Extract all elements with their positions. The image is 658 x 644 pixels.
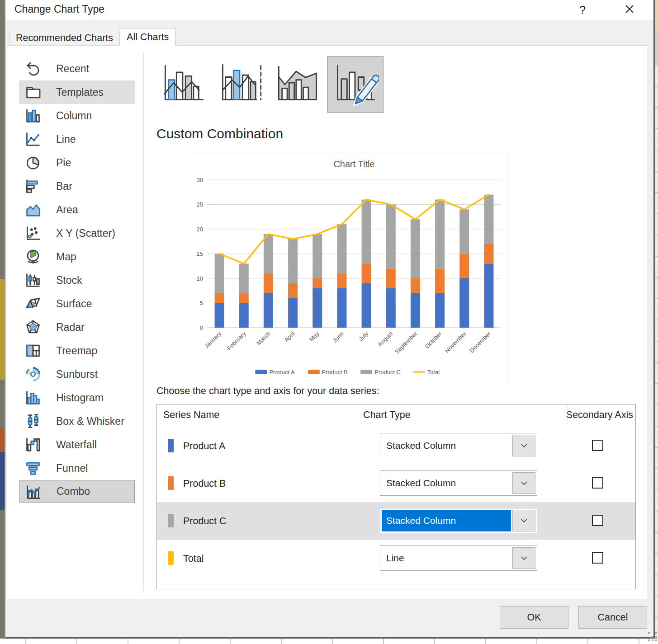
clustered-column-line-icon xyxy=(161,60,208,109)
chevron-down-icon xyxy=(521,479,528,487)
series-table-caption: Choose the chart type and axis for your … xyxy=(156,385,379,397)
chevron-down-icon xyxy=(521,554,528,562)
sidebar-item-area[interactable]: Area xyxy=(19,198,135,221)
change-chart-type-dialog: Change Chart Type ? Recommended Charts A… xyxy=(5,0,655,639)
bar-icon xyxy=(24,178,42,195)
area-icon xyxy=(24,201,42,218)
sidebar-item-column[interactable]: Column xyxy=(19,104,135,127)
sidebar-item-radar[interactable]: Radar xyxy=(19,315,135,339)
svg-text:September: September xyxy=(393,330,419,355)
pie-icon xyxy=(24,154,42,171)
combo-type-stacked-area-clustered-column[interactable] xyxy=(270,56,326,113)
column-header-chart-type: Chart Type xyxy=(363,409,411,421)
svg-text:February: February xyxy=(226,330,247,352)
ok-button[interactable]: OK xyxy=(500,606,568,629)
combo-type-custom-combination[interactable] xyxy=(327,56,383,113)
recent-icon xyxy=(24,60,42,77)
svg-text:Total: Total xyxy=(427,369,440,376)
svg-text:25: 25 xyxy=(197,201,203,208)
sidebar-item-line[interactable]: Line xyxy=(19,127,135,151)
secondary-axis-checkbox[interactable] xyxy=(592,552,603,564)
all-charts-tab-page: Recent Templates Column Line Pie Bar Are… xyxy=(7,45,647,599)
background-worksheet-row xyxy=(0,639,658,644)
column-header-secondary-axis: Secondary Axis xyxy=(566,409,633,421)
sidebar-item-box-whisker[interactable]: Box & Whisker xyxy=(19,409,135,433)
svg-text:30: 30 xyxy=(197,177,203,183)
series-name: Total xyxy=(183,553,204,564)
svg-text:Chart Title: Chart Title xyxy=(333,159,374,169)
series-color-swatch xyxy=(168,551,174,565)
close-button[interactable] xyxy=(620,2,639,18)
sidebar-item-surface[interactable]: Surface xyxy=(19,292,135,315)
svg-text:August: August xyxy=(376,330,394,348)
secondary-axis-checkbox[interactable] xyxy=(592,440,603,451)
sidebar-item-bar[interactable]: Bar xyxy=(19,174,135,198)
svg-text:April: April xyxy=(283,330,296,343)
svg-text:November: November xyxy=(444,330,468,354)
svg-text:0: 0 xyxy=(200,324,203,331)
svg-text:June: June xyxy=(331,330,345,344)
combo-type-clustered-column-line[interactable] xyxy=(156,56,212,113)
sidebar-item-combo[interactable]: Combo xyxy=(19,480,135,503)
column-icon xyxy=(24,107,42,124)
map-icon xyxy=(24,248,42,265)
column-separator xyxy=(568,404,568,425)
tab-bar: Recommended Charts All Charts xyxy=(9,28,175,45)
series-name: Product B xyxy=(183,478,226,489)
chart-type-dropdown[interactable]: Stacked Column xyxy=(380,470,537,496)
help-button[interactable]: ? xyxy=(574,2,591,18)
clustered-column-line-secondary-axis-icon xyxy=(217,60,264,109)
scatter-icon xyxy=(24,225,42,242)
combo-type-clustered-column-line-secondary-axis[interactable] xyxy=(213,56,269,113)
close-icon xyxy=(624,4,635,16)
secondary-axis-checkbox[interactable] xyxy=(592,477,603,489)
svg-text:December: December xyxy=(468,330,492,354)
secondary-axis-checkbox[interactable] xyxy=(592,515,603,526)
sidebar-item-treemap[interactable]: Treemap xyxy=(19,339,135,362)
sidebar-item-waterfall[interactable]: Waterfall xyxy=(19,433,135,456)
sidebar-item-stock[interactable]: Stock xyxy=(19,268,135,292)
svg-text:10: 10 xyxy=(197,275,203,282)
series-row-product-c: Product C Stacked Column xyxy=(157,502,635,540)
custom-combination-icon xyxy=(332,60,379,109)
series-table: Series Name Chart Type Secondary Axis Pr… xyxy=(156,404,636,589)
dialog-footer: OK Cancel xyxy=(5,599,653,637)
svg-text:5: 5 xyxy=(200,300,203,306)
series-name: Product A xyxy=(183,440,225,451)
column-header-series-name: Series Name xyxy=(163,409,219,421)
sidebar-item-map[interactable]: Map xyxy=(19,245,135,268)
sidebar-item-sunburst[interactable]: Sunburst xyxy=(19,362,135,386)
sunburst-icon xyxy=(24,366,42,383)
combo-icon xyxy=(25,484,42,501)
sidebar-item-pie[interactable]: Pie xyxy=(19,151,135,174)
series-color-swatch xyxy=(168,439,174,452)
sidebar-item-recent[interactable]: Recent xyxy=(19,57,135,80)
chart-type-dropdown-selected[interactable]: Stacked Column xyxy=(380,508,537,533)
tab-all-charts[interactable]: All Charts xyxy=(120,28,175,46)
sidebar-item-histogram[interactable]: Histogram xyxy=(19,386,135,409)
tab-recommended-charts[interactable]: Recommended Charts xyxy=(9,31,120,45)
svg-text:July: July xyxy=(357,330,369,342)
funnel-icon xyxy=(24,460,42,477)
sidebar-item-templates[interactable]: Templates xyxy=(19,80,135,104)
chart-type-dropdown[interactable]: Line xyxy=(380,545,537,571)
chart-type-dropdown[interactable]: Stacked Column xyxy=(380,433,537,458)
series-row-total: Total Line xyxy=(157,540,635,577)
sidebar-item-xy-scatter[interactable]: X Y (Scatter) xyxy=(19,221,135,245)
svg-text:January: January xyxy=(203,330,223,350)
sidebar-item-funnel[interactable]: Funnel xyxy=(19,456,135,480)
dialog-title: Change Chart Type xyxy=(14,3,104,15)
resize-grip-icon[interactable] xyxy=(648,632,650,634)
series-color-swatch xyxy=(168,514,174,527)
chevron-down-icon xyxy=(521,517,528,525)
cancel-button[interactable]: Cancel xyxy=(578,606,647,629)
series-row-product-b: Product B Stacked Column xyxy=(157,465,635,502)
column-separator xyxy=(357,404,357,425)
dialog-titlebar: Change Chart Type ? xyxy=(5,0,653,20)
series-color-swatch xyxy=(168,476,174,490)
svg-text:October: October xyxy=(423,330,443,350)
box-whisker-icon xyxy=(24,413,42,430)
stacked-area-clustered-column-icon xyxy=(274,60,321,109)
svg-text:March: March xyxy=(255,330,271,347)
histogram-icon xyxy=(24,389,42,406)
